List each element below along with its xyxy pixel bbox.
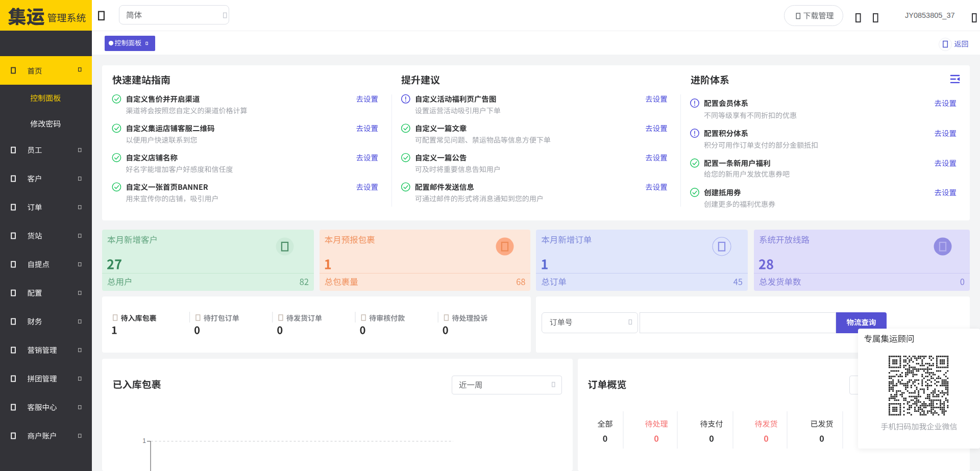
svg-text:JY0853805_37: JY0853805_37	[905, 11, 955, 19]
svg-text:1: 1	[142, 437, 146, 444]
